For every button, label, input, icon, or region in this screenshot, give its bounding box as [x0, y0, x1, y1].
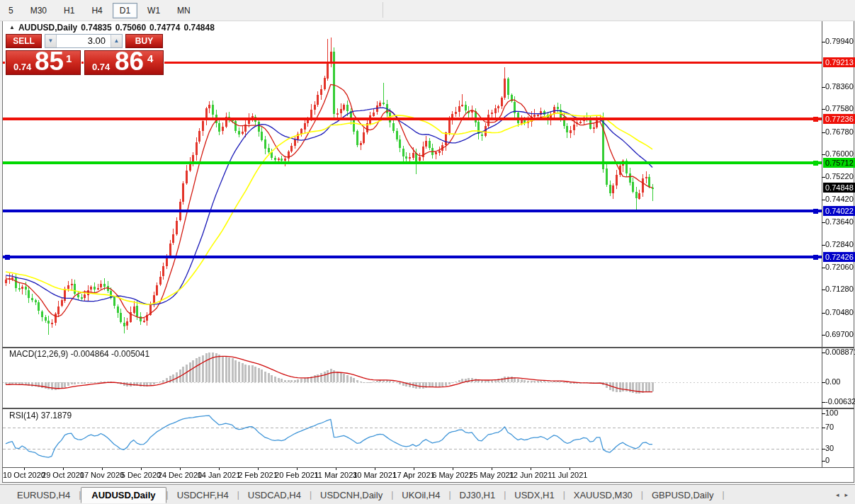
date-tick-label: 29 Oct 2020	[42, 471, 84, 479]
ohlc-high-value: 0.75060	[115, 23, 146, 33]
macd-tick-label: -0.00632	[825, 397, 855, 406]
chart-tab-bar: EURUSD,H4|AUDUSD,Daily|USDCHF,H4|USDCAD,…	[0, 484, 855, 504]
price-tick-label: 0.79940	[825, 37, 854, 45]
date-tick-label: 2 Feb 2021	[238, 471, 278, 479]
price-tick-label: 0.70480	[825, 308, 854, 316]
timeframe-toolbar: 5M30H1H4D1W1MN	[0, 0, 855, 21]
tab-gbpusd-daily[interactable]: GBPUSD,Daily	[643, 488, 722, 503]
tab-separator: |	[722, 490, 724, 500]
sell-price-pip-digit: 1	[66, 52, 72, 64]
timeframe-button-m30[interactable]: M30	[23, 3, 54, 18]
date-tick-label: 20 Feb 2021	[275, 471, 319, 479]
price-tick-label: 0.78360	[825, 82, 854, 91]
sell-button[interactable]: SELL	[6, 34, 42, 48]
price-tick-label: 0.76000	[825, 149, 854, 158]
sell-price-prefix: 0.74	[13, 62, 31, 72]
tab-usdchf-h4[interactable]: USDCHF,H4	[169, 488, 237, 503]
sell-price-big-digits: 85	[35, 48, 64, 75]
chart-header: ▲AUDUSD,Daily0.748350.750600.747740.7484…	[9, 23, 215, 33]
volume-increase-button[interactable]: ▲	[111, 35, 122, 47]
price-tick-label: 0.76780	[825, 127, 854, 136]
price-tick-label: 0.72060	[825, 263, 854, 271]
timeframe-button-mn[interactable]: MN	[170, 3, 198, 18]
chart-tabs: EURUSD,H4|AUDUSD,Daily|USDCHF,H4|USDCAD,…	[0, 485, 836, 504]
tab-usdcnh-daily[interactable]: USDCNH,Daily	[312, 488, 391, 503]
date-axis[interactable]: 10 Oct 202029 Oct 202017 Nov 20205 Dec 2…	[0, 469, 822, 483]
chart-symbol-label: AUDUSD,Daily	[18, 23, 77, 33]
price-badge: 0.72426	[823, 252, 855, 262]
buy-price-pip-digit: 4	[147, 52, 153, 64]
tab-ukoil-h4[interactable]: UKOil,H4	[393, 488, 448, 503]
rsi-tick-label: 100	[825, 408, 838, 417]
macd-indicator-label: MACD(12,26,9) -0.004864 -0.005041	[9, 349, 149, 359]
price-tick-label: 0.72840	[825, 240, 854, 248]
macd-tick-label: 0.00	[825, 377, 840, 386]
date-tick-label: 24 Dec 2020	[158, 471, 202, 479]
timeframe-button-w1[interactable]: W1	[140, 3, 167, 18]
price-badge: 0.79213	[823, 57, 855, 67]
one-click-trading-panel: SELL ▼ 3.00 ▲ BUY 0.74 85 1 0.74 86 4	[6, 34, 164, 75]
price-tick-label: 0.71280	[825, 285, 854, 293]
tab-usdx-h1[interactable]: USDX,H1	[506, 488, 562, 503]
date-tick-label: 1 Jul 2021	[552, 471, 588, 479]
date-tick-label: 17 Apr 2021	[392, 471, 434, 479]
sell-price-display[interactable]: 0.74 85 1	[6, 50, 81, 75]
tab-dj30-h1[interactable]: DJ30,H1	[451, 488, 504, 503]
date-tick-label: 12 Jun 2021	[509, 471, 553, 479]
date-tick-label: 14 Jan 2021	[198, 471, 241, 479]
ohlc-low-value: 0.74774	[149, 23, 180, 33]
price-badge: 0.75712	[823, 158, 855, 168]
rsi-indicator-label: RSI(14) 37.1879	[9, 411, 72, 420]
ohlc-close-value: 0.74848	[183, 23, 214, 33]
rsi-tick-label: 0	[825, 456, 829, 464]
price-badge: 0.74848	[823, 183, 855, 193]
date-tick-label: 6 May 2021	[432, 471, 472, 479]
buy-price-big-digits: 86	[115, 48, 144, 75]
volume-input[interactable]: 3.00	[57, 35, 111, 47]
date-tick-label: 30 Mar 2021	[353, 471, 397, 479]
collapse-triangle-icon[interactable]: ▲	[9, 24, 15, 30]
timeframe-button-h4[interactable]: H4	[84, 3, 109, 18]
price-tick-label: 0.75220	[825, 172, 854, 181]
date-tick-label: 11 Mar 2021	[315, 471, 358, 479]
buy-button[interactable]: BUY	[125, 34, 163, 48]
price-badge: 0.77236	[823, 114, 855, 124]
volume-decrease-button[interactable]: ▼	[45, 35, 57, 47]
tab-usdcad-h4[interactable]: USDCAD,H4	[239, 488, 310, 503]
buy-price-prefix: 0.74	[92, 62, 110, 72]
price-tick-label: 0.69700	[825, 330, 854, 338]
rsi-tick-label: 30	[825, 444, 834, 452]
date-tick-label: 17 Nov 2020	[80, 471, 124, 479]
date-tick-label: 25 May 2021	[469, 471, 514, 479]
mt4-terminal: 5M30H1H4D1W1MN ▲AUDUSD,Daily0.748350.750…	[0, 0, 855, 504]
toolbar-separator	[383, 2, 383, 18]
tab-scroll-controls: ◂ ▸	[836, 491, 855, 498]
timeframe-button-h1[interactable]: H1	[57, 3, 81, 18]
buy-price-display[interactable]: 0.74 86 4	[84, 50, 164, 75]
timeframe-button-d1[interactable]: D1	[113, 3, 137, 18]
price-tick-label: 0.77580	[825, 104, 854, 113]
tab-xauusd-m30[interactable]: XAUUSD,M30	[565, 488, 641, 503]
tabs-scroll-left-icon[interactable]: ◂	[836, 491, 839, 498]
ohlc-open-value: 0.74835	[81, 23, 111, 33]
volume-spinner: ▼ 3.00 ▲	[45, 34, 123, 48]
macd-tick-label: 0.008871	[825, 348, 855, 356]
price-badge: 0.74022	[823, 206, 855, 216]
price-tick-label: 0.74420	[825, 195, 854, 203]
timeframe-button-5[interactable]: 5	[1, 3, 21, 18]
tabs-scroll-right-icon[interactable]: ▸	[844, 491, 848, 498]
tab-eurusd-h4[interactable]: EURUSD,H4	[9, 488, 79, 503]
rsi-tick-label: 70	[825, 423, 834, 431]
price-tick-label: 0.73640	[825, 217, 854, 226]
date-tick-label: 5 Dec 2020	[121, 471, 161, 479]
tab-audusd-daily[interactable]: AUDUSD,Daily	[81, 487, 166, 503]
date-tick-label: 10 Oct 2020	[3, 471, 45, 479]
